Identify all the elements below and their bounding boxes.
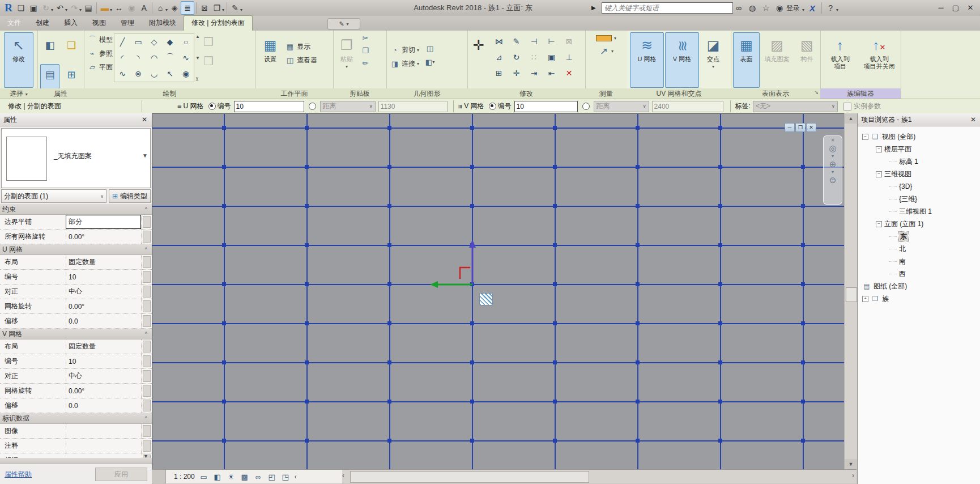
signin-dropdown-icon[interactable]: ▾ <box>802 7 804 12</box>
reference-plane-mode[interactable]: ▱平面 <box>87 60 113 74</box>
tree-item[interactable]: −三维视图 <box>858 168 980 180</box>
switch-windows-icon-dropdown[interactable]: ▾ <box>222 7 224 12</box>
horizontal-scroll-thumb[interactable] <box>350 471 589 483</box>
demolish-icon[interactable]: ⊠ <box>560 33 578 49</box>
mirror-draw-axis-icon[interactable]: ✎ <box>508 33 525 49</box>
signin-icon[interactable]: ◉ <box>773 2 786 14</box>
tree-item-label[interactable]: 楼层平面 <box>884 145 911 154</box>
canvas-horizontal-scrollbar[interactable]: ‹ › <box>342 470 857 483</box>
tab-5[interactable]: 附加模块 <box>142 16 184 31</box>
scroll-down-icon[interactable]: ▼ <box>845 459 857 469</box>
detail-level-icon[interactable]: ▭ <box>199 472 209 482</box>
visual-style-icon[interactable]: ◧ <box>212 472 223 482</box>
associate-parameter-button[interactable] <box>143 315 151 327</box>
favorites-icon[interactable]: ☆ <box>759 2 773 14</box>
u-grid-button[interactable]: ≋ U 网格 <box>630 32 664 88</box>
save-icon[interactable]: ▣ <box>27 2 40 14</box>
tree-item[interactable]: {3D} <box>858 180 980 193</box>
show-crop-region-icon[interactable]: ◳ <box>280 472 291 482</box>
undo-icon-dropdown[interactable]: ▾ <box>65 7 67 12</box>
scroll-right-icon[interactable]: › <box>852 472 854 479</box>
navbar-options-icon[interactable]: ⊜ <box>829 176 837 185</box>
tab-0[interactable]: 文件 <box>0 16 28 31</box>
set-workplane-button[interactable]: ▦ 设置 <box>256 32 284 88</box>
property-value[interactable]: 10 <box>66 270 141 284</box>
pick-lines-tool[interactable]: ↖ <box>162 66 178 82</box>
sweep-icon[interactable]: ❒ <box>203 54 214 68</box>
tree-item-label[interactable]: {3D} <box>899 182 912 190</box>
tangent-arc-tool[interactable]: ◠ <box>146 50 162 66</box>
v-number-radio[interactable] <box>489 103 496 110</box>
property-value[interactable] <box>66 453 141 458</box>
array-icon[interactable]: ∷ <box>525 49 543 65</box>
paint-icon[interactable]: ◧▾ <box>425 57 435 67</box>
tree-item-label[interactable]: 族 <box>882 294 889 304</box>
drawing-area[interactable]: ─ ❐ ✕ ✕ ◎ ▾ ⊕ ▾ ⊜ <box>152 113 845 470</box>
tab-active-contextual[interactable]: 修改 | 分割的表面 <box>184 15 253 31</box>
v-distance-radio[interactable] <box>582 103 590 110</box>
tree-item[interactable]: 东 <box>858 230 980 243</box>
ellipse-tool[interactable]: ⊜ <box>130 66 146 82</box>
delete-icon[interactable]: ✕ <box>560 65 578 81</box>
associate-parameter-button[interactable] <box>143 400 151 411</box>
section-icon[interactable]: ◈ <box>168 2 181 14</box>
close-hidden-windows-icon[interactable]: ⊠ <box>198 2 211 14</box>
associate-parameter-button[interactable] <box>143 300 151 312</box>
copy-to-clipboard-icon[interactable]: ❐ <box>360 45 370 56</box>
property-value[interactable]: 10 <box>66 354 141 368</box>
spline-tool[interactable]: ∿ <box>178 50 194 66</box>
associate-parameter-button[interactable] <box>143 341 151 353</box>
load-into-project-button[interactable]: ↑ 载入到 项目 <box>823 32 857 88</box>
customize-qat-icon-dropdown[interactable]: ▾ <box>240 7 242 12</box>
viewbar-collapse-icon[interactable]: ‹ <box>295 473 297 481</box>
section-header[interactable]: V 网格^ <box>0 329 152 339</box>
paste-button[interactable]: ❐ 粘贴 ▾ <box>334 32 360 88</box>
close-icon[interactable]: ✕ <box>968 113 978 126</box>
polygon-circumscribed-tool[interactable]: ◆ <box>162 34 178 50</box>
cut-geometry-button[interactable]: ◔剪切▾ <box>390 43 419 57</box>
sync-icon[interactable]: ↻ <box>40 2 52 14</box>
zoom-icon[interactable]: ⊕ <box>829 160 837 169</box>
associate-parameter-button[interactable] <box>143 425 151 437</box>
tree-item[interactable]: {三维} <box>858 193 980 205</box>
show-workplane-button[interactable]: ▦显示 <box>285 40 317 53</box>
open-family-button[interactable]: ❑ <box>62 35 81 60</box>
tag-icon[interactable]: ◉ <box>125 2 138 14</box>
extend-multiple-icon[interactable]: ⇤ <box>543 65 560 81</box>
v-number-input[interactable]: 10 <box>514 101 578 112</box>
circle-tool[interactable]: ○ <box>178 34 194 50</box>
move-big-button[interactable]: ✛ <box>468 32 489 88</box>
temporary-hide-isolate-icon[interactable]: ∞ <box>253 472 263 482</box>
u-distance-select[interactable]: 距离∨ <box>320 101 376 112</box>
modify-options-pulldown[interactable]: ✎▾ <box>327 18 360 29</box>
tree-item-label[interactable]: 北 <box>899 244 906 254</box>
fill-pattern-button[interactable]: ▨ 填充图案 <box>761 32 793 88</box>
tree-item[interactable]: 北 <box>858 243 980 255</box>
wall-opening-icon[interactable]: ◫ <box>425 43 435 53</box>
tag-select[interactable]: <无>∨ <box>753 101 838 112</box>
associate-parameter-button[interactable] <box>143 355 151 367</box>
surface-button[interactable]: ▦ 表面 <box>733 32 760 88</box>
collapse-box-icon[interactable]: − <box>862 134 868 140</box>
associate-parameter-button[interactable] <box>143 256 151 268</box>
tab-4[interactable]: 管理 <box>113 16 142 31</box>
instance-parameter-checkbox[interactable] <box>843 103 851 111</box>
measure-icon-dropdown[interactable]: ▾ <box>110 7 112 12</box>
tree-item-label[interactable]: {三维} <box>899 194 917 204</box>
type-selector[interactable]: _无填充图案 ▼ <box>1 128 151 188</box>
tree-item-label[interactable]: 三维视图 <box>884 169 911 179</box>
view-restore-button[interactable]: ❐ <box>795 123 806 132</box>
reference-line-mode[interactable]: ⌁参照 <box>87 46 113 60</box>
revit-logo[interactable]: R <box>2 2 15 14</box>
tree-item[interactable]: 标高 1 <box>858 155 980 168</box>
expand-box-icon[interactable]: + <box>862 296 868 302</box>
collapse-box-icon[interactable]: − <box>876 221 882 227</box>
search-input[interactable]: 键入关键字或短语 <box>602 2 733 14</box>
family-types-button[interactable]: ⊞ <box>62 64 81 89</box>
scale-button[interactable]: 1 : 200 <box>174 473 195 481</box>
intersect-button[interactable]: ◪ 交点 ▾ <box>700 32 726 88</box>
tree-item-label[interactable]: 南 <box>899 257 906 266</box>
rectangle-tool[interactable]: ▭ <box>130 34 146 50</box>
u-distance-radio[interactable] <box>309 103 316 110</box>
tree-item[interactable]: 西 <box>858 268 980 280</box>
